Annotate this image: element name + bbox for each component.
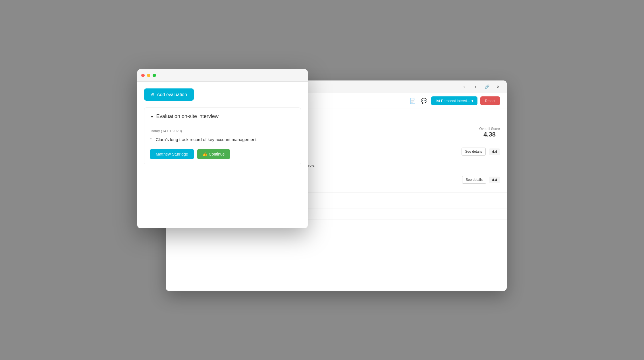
eval-quote-text: Clara's long track record of key account… — [156, 136, 257, 143]
stage-dropdown-button[interactable]: 1st Personal Intervi... ▾ — [431, 96, 477, 105]
stage-chevron-icon: ▾ — [471, 99, 473, 103]
link-button[interactable]: 🔗 — [483, 83, 491, 91]
quote-icon: " — [150, 137, 152, 143]
eval-date: Today (14.01.2020) — [150, 129, 295, 133]
evaluator-button[interactable]: Matthew Sturridge — [150, 149, 194, 159]
eval-section-title-text: Evaluation on-site interview — [156, 113, 219, 119]
see-details-button-2[interactable]: See details — [462, 176, 486, 184]
traffic-dot-yellow — [147, 74, 150, 77]
reject-button[interactable]: Reject — [480, 96, 500, 105]
candidate-header-actions: 📄 💬 1st Personal Intervi... ▾ Reject — [408, 96, 500, 105]
nav-forward-button[interactable]: › — [471, 83, 479, 91]
overall-score: Overall Score 4.38 — [479, 127, 500, 138]
eval-section: ▼ Evaluation on-site interview Today (14… — [144, 107, 301, 165]
eval-actions: Matthew Sturridge 👍 Continue — [150, 149, 295, 159]
see-details-button-1[interactable]: See details — [462, 148, 486, 156]
traffic-dot-green — [153, 74, 156, 77]
modal-window: ⊕ Add evaluation ▼ Evaluation on-site in… — [137, 69, 308, 228]
close-button[interactable]: ✕ — [494, 83, 502, 91]
score-badge-2: 4.4 — [489, 177, 500, 183]
add-eval-label: Add evaluation — [157, 92, 187, 97]
continue-label: Continue — [209, 152, 225, 156]
modal-titlebar — [137, 69, 308, 82]
document-icon-button[interactable]: 📄 — [408, 97, 417, 105]
modal-body: ⊕ Add evaluation ▼ Evaluation on-site in… — [137, 82, 308, 172]
score-badge-1: 4.4 — [489, 148, 500, 155]
stage-label: 1st Personal Intervi... — [435, 99, 470, 103]
thumbs-up-icon: 👍 — [202, 152, 207, 156]
section-divider — [150, 124, 295, 124]
score-label: Overall Score — [479, 127, 500, 131]
score-value: 4.38 — [479, 131, 500, 138]
eval-section-title: ▼ Evaluation on-site interview — [150, 113, 295, 119]
add-icon: ⊕ — [151, 92, 155, 97]
traffic-dot-red — [141, 74, 145, 77]
nav-back-button[interactable]: ‹ — [460, 83, 468, 91]
eval-quote: " Clara's long track record of key accou… — [150, 136, 295, 143]
chat-icon-button[interactable]: 💬 — [420, 97, 428, 105]
add-evaluation-button[interactable]: ⊕ Add evaluation — [144, 88, 194, 101]
collapse-icon[interactable]: ▼ — [150, 114, 154, 119]
continue-button[interactable]: 👍 Continue — [197, 149, 230, 159]
